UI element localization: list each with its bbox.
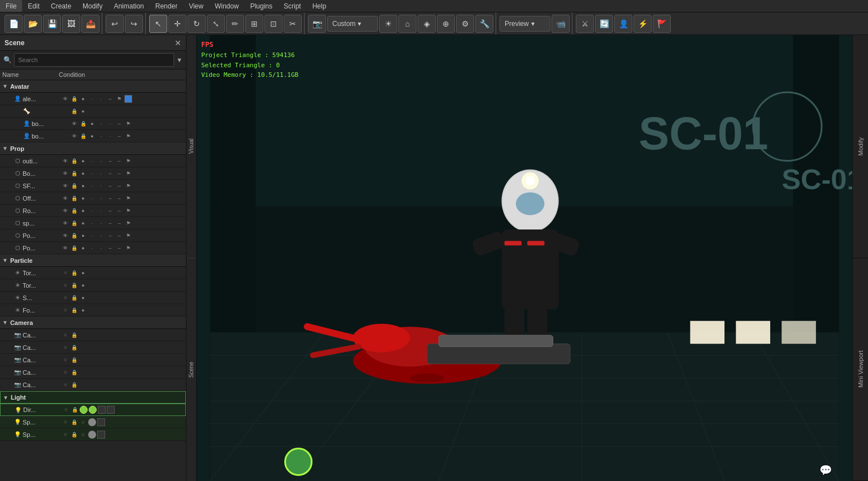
- eye-icon[interactable]: 👁: [61, 157, 69, 165]
- custom-dropdown[interactable]: Custom ▾: [327, 16, 378, 32]
- list-item[interactable]: ⬡Po...👁🔒●··––⚑: [0, 242, 186, 254]
- chat-icon[interactable]: 💬: [819, 464, 832, 476]
- c2[interactable]: ·: [88, 194, 96, 202]
- list-item[interactable]: 📷Ca...⑂🔒: [0, 329, 186, 341]
- mini-viewport-tab[interactable]: Mini Viewport: [853, 258, 868, 482]
- list-item[interactable]: ⬡Bo...👁🔒●··––⚑: [0, 167, 186, 180]
- slash-icon[interactable]: –: [115, 120, 123, 128]
- sun-icon-btn[interactable]: ☀: [379, 15, 397, 33]
- pen-tool[interactable]: ✏: [226, 15, 244, 33]
- c1[interactable]: ●: [79, 182, 87, 190]
- c1[interactable]: ●: [79, 232, 87, 240]
- char-btn3[interactable]: 👤: [614, 15, 632, 33]
- c5[interactable]: –: [115, 194, 123, 202]
- menu-script[interactable]: Script: [278, 0, 307, 12]
- lock-icon[interactable]: 🔒: [70, 381, 78, 389]
- menu-plugins[interactable]: Plugins: [245, 0, 278, 12]
- c6[interactable]: ⚑: [124, 170, 132, 177]
- list-item[interactable]: ⬡SF...👁🔒●··––⚑: [0, 180, 186, 192]
- list-item-spot-light[interactable]: 💡 Sp... ⑂ 🔒 ○: [0, 416, 186, 428]
- home-btn[interactable]: ⌂: [398, 15, 416, 33]
- close-icon[interactable]: ✕: [175, 38, 181, 47]
- c5[interactable]: –: [115, 207, 123, 215]
- c1[interactable]: ●: [79, 219, 87, 227]
- eye-icon[interactable]: 👁: [61, 95, 69, 103]
- lock-icon[interactable]: 🔒: [79, 120, 87, 128]
- new-button[interactable]: 📄: [5, 15, 23, 33]
- filter-icon[interactable]: ▼: [176, 57, 183, 63]
- camera-view[interactable]: 📷: [308, 15, 326, 33]
- c3[interactable]: ·: [97, 170, 105, 177]
- lock-icon[interactable]: 🔒: [70, 294, 78, 302]
- view-settings-btn[interactable]: 🔧: [475, 15, 493, 33]
- lock-icon[interactable]: 🔒: [70, 369, 78, 376]
- main-viewport[interactable]: SC-01 SC-01: [197, 35, 852, 481]
- lock-icon[interactable]: 🔒: [71, 406, 79, 414]
- c5[interactable]: –: [115, 219, 123, 227]
- cut-tool[interactable]: ✂: [284, 15, 302, 33]
- c6[interactable]: ⚑: [124, 182, 132, 190]
- char-btn1[interactable]: ⚔: [576, 15, 594, 33]
- eye-icon[interactable]: 👁: [61, 219, 69, 227]
- dot2-icon[interactable]: ·: [106, 120, 114, 128]
- c6[interactable]: ⚑: [124, 244, 132, 252]
- slash-icon[interactable]: –: [115, 132, 123, 140]
- scene-tab[interactable]: Scene: [187, 258, 196, 481]
- c3[interactable]: ·: [97, 207, 105, 215]
- c3[interactable]: ·: [97, 232, 105, 240]
- visual-tab[interactable]: Visual: [187, 35, 196, 258]
- c4[interactable]: –: [106, 244, 114, 252]
- snap-tool[interactable]: ⊞: [245, 15, 263, 33]
- group-avatar[interactable]: ▼ Avatar: [0, 80, 186, 93]
- move-tool[interactable]: ✛: [168, 15, 186, 33]
- char-btn5[interactable]: 🚩: [653, 15, 671, 33]
- list-item[interactable]: 📷Ca...⑂🔒: [0, 341, 186, 354]
- flag-icon[interactable]: ⚑: [124, 120, 132, 128]
- merge-tool[interactable]: ⊡: [264, 15, 283, 33]
- eye-icon[interactable]: 👁: [61, 182, 69, 190]
- group-camera[interactable]: ▼ Camera: [0, 317, 186, 329]
- menu-animation[interactable]: Animation: [108, 0, 149, 12]
- lock-icon[interactable]: 🔒: [79, 132, 87, 140]
- c3[interactable]: ·: [97, 157, 105, 165]
- lock-icon[interactable]: 🔒: [70, 170, 78, 177]
- c5[interactable]: –: [115, 157, 123, 165]
- eye-icon[interactable]: 👁: [70, 132, 78, 140]
- c5[interactable]: –: [115, 232, 123, 240]
- menu-file[interactable]: File: [0, 0, 22, 12]
- c6[interactable]: ⚑: [124, 207, 132, 215]
- dot2-icon[interactable]: ·: [97, 95, 105, 103]
- list-item[interactable]: 📷Ca...⑂🔒: [0, 379, 186, 391]
- c4[interactable]: –: [106, 207, 114, 215]
- scale-tool[interactable]: ⤡: [207, 15, 225, 33]
- c1[interactable]: ●: [79, 294, 87, 302]
- c2[interactable]: ·: [88, 232, 96, 240]
- c2[interactable]: ·: [88, 244, 96, 252]
- group-prop[interactable]: ▼ Prop: [0, 142, 186, 155]
- c1[interactable]: ●: [79, 306, 87, 314]
- c1[interactable]: ●: [79, 269, 87, 277]
- fork-icon[interactable]: ⑂: [61, 431, 69, 439]
- c6[interactable]: ⚑: [124, 194, 132, 202]
- open-button[interactable]: 📂: [24, 15, 42, 33]
- menu-view[interactable]: View: [183, 0, 209, 12]
- c4[interactable]: –: [106, 219, 114, 227]
- save-button[interactable]: 💾: [43, 15, 61, 33]
- color-swatch[interactable]: [124, 95, 132, 103]
- undo-button[interactable]: ↩: [106, 15, 124, 33]
- lock-icon[interactable]: 🔒: [70, 194, 78, 202]
- dot-icon[interactable]: ·: [88, 95, 96, 103]
- lock-icon[interactable]: 🔒: [70, 157, 78, 165]
- fork-icon[interactable]: ⑂: [61, 294, 69, 302]
- c4[interactable]: –: [106, 157, 114, 165]
- c6[interactable]: ⚑: [124, 232, 132, 240]
- c2[interactable]: ·: [88, 219, 96, 227]
- c3[interactable]: ·: [97, 244, 105, 252]
- c4[interactable]: –: [106, 170, 114, 177]
- c4[interactable]: –: [106, 194, 114, 202]
- rotate-tool[interactable]: ↻: [188, 15, 206, 33]
- list-item[interactable]: ⬡Po...👁🔒●··––⚑: [0, 229, 186, 242]
- group-particle[interactable]: ▼ Particle: [0, 254, 186, 267]
- fork-icon[interactable]: ⑂: [61, 418, 69, 426]
- redo-button[interactable]: ↪: [125, 15, 143, 33]
